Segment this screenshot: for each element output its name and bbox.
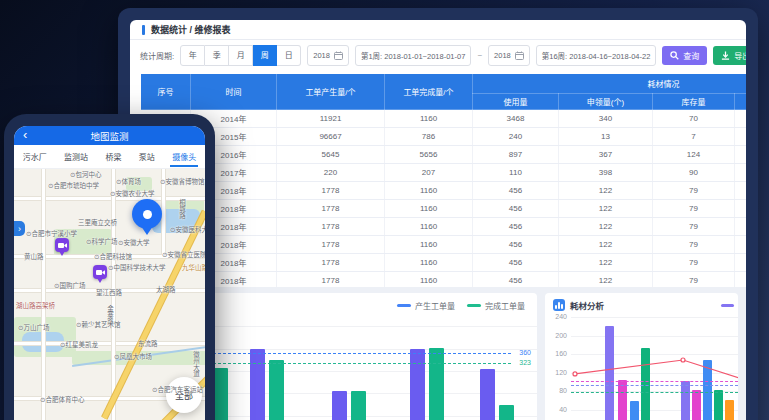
start-year-select[interactable]: 2018 — [307, 45, 349, 66]
legend-item-1[interactable]: 完成工单量 — [467, 300, 525, 311]
bar-完成工单量-2 — [351, 391, 366, 420]
consumables-chart-card: 耗材分析 2402001601208040 — [545, 293, 738, 420]
table-cell: 650 — [735, 128, 747, 146]
query-button-label: 查询 — [683, 50, 699, 61]
table-cell: 207 — [385, 164, 473, 182]
consumable-bar-g1-4 — [725, 400, 734, 420]
bar-产生工单量-3 — [410, 349, 425, 420]
consumable-bar-g1-2 — [703, 360, 712, 420]
table-cell: 340 — [559, 110, 653, 128]
end-year-value: 2018 — [494, 51, 511, 60]
camera-icon — [58, 242, 67, 249]
dashboard-card: 数据统计 / 维修报表 统计周期: 年季月周日 2018 第1周: 2018-0… — [130, 20, 746, 420]
table-cell: 2500 — [735, 110, 747, 128]
map-expander-button[interactable]: › — [14, 221, 25, 236]
map-label-12: ⊙合肥科技馆 — [94, 254, 132, 261]
y-tick-200: 200 — [547, 332, 567, 339]
table-cell: 1160 — [385, 200, 473, 218]
phone-tab-4[interactable]: 摄像头 — [170, 147, 198, 166]
table-cell: 5645 — [277, 146, 385, 164]
table-cell: 1160 — [385, 254, 473, 272]
table-cell: 79 — [653, 218, 735, 236]
map-label-19: 湖山路高架桥 — [16, 303, 55, 310]
map-label-28: ⊙合肥汽车客运站 — [152, 387, 203, 394]
map-label-0: ⊙包河中心 — [70, 172, 101, 179]
camera-marker[interactable] — [55, 238, 69, 252]
period-option-0[interactable]: 年 — [180, 45, 205, 66]
start-week-value: 第1周: 2018-01-01~2018-01-07 — [361, 50, 465, 61]
table-cell: 367 — [559, 146, 653, 164]
back-button[interactable]: ‹ — [23, 128, 27, 141]
download-icon — [721, 51, 730, 60]
period-option-4[interactable]: 日 — [277, 45, 301, 66]
map-label-22: ⊙赖少其艺术馆 — [76, 322, 120, 329]
map-label-18: 太湖路 — [156, 287, 176, 294]
map-label-21: ⊙万山广场 — [18, 325, 49, 332]
map-label-9: ⊙科学广场 — [86, 239, 117, 246]
table-cell: 456 — [473, 182, 559, 200]
y-tick-160: 160 — [547, 350, 567, 357]
y-tick-40: 40 — [547, 406, 567, 413]
legend-item-0[interactable]: 产生工单量 — [397, 300, 455, 311]
table-cell: 1778 — [277, 254, 385, 272]
period-option-1[interactable]: 季 — [205, 45, 229, 66]
table-cell: 1160 — [385, 236, 473, 254]
period-option-2[interactable]: 月 — [229, 45, 253, 66]
phone-page-title: 地图监测 — [90, 129, 128, 143]
start-week-input[interactable]: 第1周: 2018-01-01~2018-01-07 — [355, 45, 471, 66]
table-cell: 67 — [735, 200, 747, 218]
phone-tab-1[interactable]: 监测站 — [62, 147, 90, 166]
chart-gridline — [571, 336, 738, 337]
export-excel-button[interactable]: 导出Excel — [713, 46, 746, 65]
sub-header-3: 金额 — [735, 94, 747, 110]
filter-period-label: 统计周期: — [140, 50, 174, 61]
table-cell: 456 — [473, 236, 559, 254]
chart-gridline — [571, 410, 738, 411]
table-cell: 1160 — [385, 218, 473, 236]
table-cell: 90 — [653, 164, 735, 182]
y-tick-80: 80 — [547, 387, 567, 394]
end-year-select[interactable]: 2018 — [488, 45, 530, 66]
sub-header-1: 申领量(个) — [559, 94, 653, 110]
consumable-bar-g0-0 — [605, 326, 614, 420]
map-label-27: ⊙合肥体育中心 — [40, 397, 84, 404]
bar-完成工单量-3 — [429, 348, 444, 420]
map-label-2: ⊙体育场 — [116, 179, 141, 186]
table-row: 42017年2202071103989019 — [141, 164, 747, 182]
table-cell: 220 — [277, 164, 385, 182]
legend-label: 完成工单量 — [485, 300, 525, 311]
workorder-chart-legend: 产生工单量完成工单量 — [397, 300, 525, 311]
legend-label: 产生工单量 — [415, 300, 455, 311]
selected-location-pin[interactable] — [132, 199, 162, 229]
bar-产生工单量-1 — [250, 349, 265, 420]
search-icon — [670, 51, 679, 60]
phone-tab-bar: 污水厂监测站桥梁泵站摄像头 — [14, 145, 205, 169]
breadcrumb-text: 数据统计 / 维修报表 — [151, 23, 231, 36]
phone-header: ‹ 地图监测 — [14, 126, 205, 145]
table-cell: 79 — [653, 182, 735, 200]
phone-tab-3[interactable]: 泵站 — [137, 147, 157, 166]
map-label-10: ⊙安徽大学 — [118, 240, 149, 247]
table-cell: 79 — [653, 254, 735, 272]
map-view[interactable]: › 全部 ⊙包河中心⊙合肥市琥珀中学⊙体育场⊙安徽农业大学⊙安徽省博物馆桐城路三… — [14, 169, 205, 420]
end-week-value: 第16周: 2018-04-16~2018-04-22 — [542, 50, 651, 61]
map-label-1: ⊙合肥市琥珀中学 — [48, 183, 99, 190]
table-cell: 122 — [559, 182, 653, 200]
query-button[interactable]: 查询 — [662, 46, 707, 65]
map-label-26: 徽州大道 — [192, 351, 199, 377]
period-option-3[interactable]: 周 — [253, 45, 277, 66]
map-label-14: ⊙安徽省立医院 — [162, 252, 205, 259]
camera-marker[interactable] — [93, 265, 107, 279]
phone-tab-0[interactable]: 污水厂 — [21, 147, 49, 166]
table-cell: 786 — [385, 128, 473, 146]
chevron-right-icon: › — [18, 224, 21, 234]
y-tick-240: 240 — [547, 313, 567, 320]
col-header-0: 序号 — [141, 74, 191, 110]
dashed-line-102 — [571, 381, 738, 382]
col-header-3: 工单完成量/个 — [385, 74, 473, 110]
charts-section: 产生工单量完成工单量 360323 耗材分析 2402001601208040 — [130, 287, 746, 420]
end-week-input[interactable]: 第16周: 2018-04-16~2018-04-22 — [536, 45, 657, 66]
show-all-button[interactable]: 全部 — [166, 377, 202, 413]
bar-产生工单量-2 — [332, 391, 347, 420]
phone-tab-2[interactable]: 桥梁 — [103, 147, 123, 166]
